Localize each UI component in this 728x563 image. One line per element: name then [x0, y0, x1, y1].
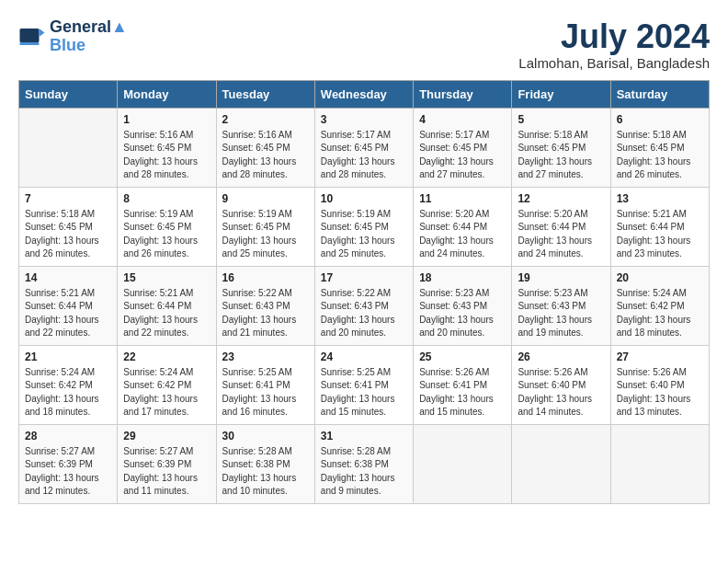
- day-info: Sunrise: 5:19 AMSunset: 6:45 PMDaylight:…: [123, 208, 210, 261]
- day-number: 10: [321, 192, 407, 205]
- day-number: 23: [222, 350, 309, 363]
- day-info: Sunrise: 5:24 AMSunset: 6:42 PMDaylight:…: [123, 366, 210, 419]
- day-number: 19: [518, 271, 604, 284]
- day-info: Sunrise: 5:26 AMSunset: 6:40 PMDaylight:…: [518, 366, 604, 419]
- calendar-cell: 17Sunrise: 5:22 AMSunset: 6:43 PMDayligh…: [314, 266, 413, 345]
- day-info: Sunrise: 5:18 AMSunset: 6:45 PMDaylight:…: [518, 129, 604, 182]
- day-info: Sunrise: 5:17 AMSunset: 6:45 PMDaylight:…: [321, 129, 407, 182]
- calendar-cell: 28Sunrise: 5:27 AMSunset: 6:39 PMDayligh…: [19, 424, 118, 503]
- location: Lalmohan, Barisal, Bangladesh: [518, 55, 710, 71]
- day-info: Sunrise: 5:24 AMSunset: 6:42 PMDaylight:…: [617, 287, 703, 340]
- page-header: General▲ Blue July 2024 Lalmohan, Barisa…: [18, 18, 710, 71]
- day-info: Sunrise: 5:22 AMSunset: 6:43 PMDaylight:…: [222, 287, 309, 340]
- day-number: 13: [617, 192, 703, 205]
- header-sunday: Sunday: [19, 80, 118, 108]
- calendar-cell: 22Sunrise: 5:24 AMSunset: 6:42 PMDayligh…: [118, 345, 216, 424]
- logo: General▲ Blue: [18, 18, 128, 55]
- calendar-cell: 8Sunrise: 5:19 AMSunset: 6:45 PMDaylight…: [118, 187, 216, 266]
- day-info: Sunrise: 5:17 AMSunset: 6:45 PMDaylight:…: [419, 129, 506, 182]
- calendar-week-3: 14Sunrise: 5:21 AMSunset: 6:44 PMDayligh…: [19, 266, 710, 345]
- calendar-week-5: 28Sunrise: 5:27 AMSunset: 6:39 PMDayligh…: [19, 424, 710, 503]
- day-number: 14: [25, 271, 111, 284]
- calendar-cell: 13Sunrise: 5:21 AMSunset: 6:44 PMDayligh…: [610, 187, 709, 266]
- day-info: Sunrise: 5:28 AMSunset: 6:38 PMDaylight:…: [321, 445, 407, 499]
- calendar-week-1: 1Sunrise: 5:16 AMSunset: 6:45 PMDaylight…: [19, 108, 710, 187]
- day-info: Sunrise: 5:21 AMSunset: 6:44 PMDaylight:…: [617, 208, 703, 261]
- day-number: 27: [617, 350, 703, 363]
- day-number: 6: [617, 113, 703, 126]
- calendar-week-4: 21Sunrise: 5:24 AMSunset: 6:42 PMDayligh…: [19, 345, 710, 424]
- calendar-week-2: 7Sunrise: 5:18 AMSunset: 6:45 PMDaylight…: [19, 187, 710, 266]
- calendar-cell: 11Sunrise: 5:20 AMSunset: 6:44 PMDayligh…: [414, 187, 512, 266]
- day-number: 5: [518, 113, 604, 126]
- calendar-cell: 31Sunrise: 5:28 AMSunset: 6:38 PMDayligh…: [314, 424, 413, 503]
- calendar-cell: 7Sunrise: 5:18 AMSunset: 6:45 PMDaylight…: [19, 187, 118, 266]
- calendar-cell: 23Sunrise: 5:25 AMSunset: 6:41 PMDayligh…: [216, 345, 314, 424]
- calendar-cell: 21Sunrise: 5:24 AMSunset: 6:42 PMDayligh…: [19, 345, 118, 424]
- day-number: 26: [518, 350, 604, 363]
- day-number: 30: [222, 430, 309, 442]
- day-info: Sunrise: 5:18 AMSunset: 6:45 PMDaylight:…: [25, 208, 111, 261]
- calendar-cell: 19Sunrise: 5:23 AMSunset: 6:43 PMDayligh…: [512, 266, 610, 345]
- calendar-cell: 4Sunrise: 5:17 AMSunset: 6:45 PMDaylight…: [414, 108, 512, 187]
- day-info: Sunrise: 5:27 AMSunset: 6:39 PMDaylight:…: [25, 445, 111, 499]
- month-year: July 2024: [518, 18, 710, 55]
- calendar-cell: 5Sunrise: 5:18 AMSunset: 6:45 PMDaylight…: [512, 108, 610, 187]
- day-info: Sunrise: 5:19 AMSunset: 6:45 PMDaylight:…: [321, 208, 407, 261]
- day-number: 17: [321, 271, 407, 284]
- calendar-cell: 12Sunrise: 5:20 AMSunset: 6:44 PMDayligh…: [512, 187, 610, 266]
- day-number: 28: [25, 430, 111, 442]
- svg-marker-1: [40, 29, 45, 37]
- day-info: Sunrise: 5:23 AMSunset: 6:43 PMDaylight:…: [419, 287, 506, 340]
- calendar-cell: 20Sunrise: 5:24 AMSunset: 6:42 PMDayligh…: [610, 266, 709, 345]
- calendar-cell: [610, 424, 709, 503]
- day-info: Sunrise: 5:23 AMSunset: 6:43 PMDaylight:…: [518, 287, 604, 340]
- day-number: 7: [25, 192, 111, 205]
- day-number: 20: [617, 271, 703, 284]
- title-section: July 2024 Lalmohan, Barisal, Bangladesh: [518, 18, 710, 71]
- header-friday: Friday: [512, 80, 610, 108]
- calendar-cell: 1Sunrise: 5:16 AMSunset: 6:45 PMDaylight…: [118, 108, 216, 187]
- calendar-cell: [512, 424, 610, 503]
- day-number: 11: [419, 192, 506, 205]
- calendar-cell: 2Sunrise: 5:16 AMSunset: 6:45 PMDaylight…: [216, 108, 314, 187]
- calendar-cell: 29Sunrise: 5:27 AMSunset: 6:39 PMDayligh…: [118, 424, 216, 503]
- day-info: Sunrise: 5:20 AMSunset: 6:44 PMDaylight:…: [518, 208, 604, 261]
- day-number: 21: [25, 350, 111, 363]
- calendar-cell: [19, 108, 118, 187]
- day-info: Sunrise: 5:16 AMSunset: 6:45 PMDaylight:…: [222, 129, 309, 182]
- day-info: Sunrise: 5:28 AMSunset: 6:38 PMDaylight:…: [222, 445, 309, 499]
- logo-icon: [18, 23, 46, 51]
- day-info: Sunrise: 5:22 AMSunset: 6:43 PMDaylight:…: [321, 287, 407, 340]
- day-info: Sunrise: 5:21 AMSunset: 6:44 PMDaylight:…: [25, 287, 111, 340]
- calendar-cell: 9Sunrise: 5:19 AMSunset: 6:45 PMDaylight…: [216, 187, 314, 266]
- calendar-cell: 25Sunrise: 5:26 AMSunset: 6:41 PMDayligh…: [414, 345, 512, 424]
- calendar-header-row: SundayMondayTuesdayWednesdayThursdayFrid…: [19, 80, 710, 108]
- day-number: 1: [123, 113, 210, 126]
- header-tuesday: Tuesday: [216, 80, 314, 108]
- calendar-cell: 15Sunrise: 5:21 AMSunset: 6:44 PMDayligh…: [118, 266, 216, 345]
- day-number: 4: [419, 113, 506, 126]
- day-info: Sunrise: 5:25 AMSunset: 6:41 PMDaylight:…: [222, 366, 309, 419]
- day-number: 25: [419, 350, 506, 363]
- day-info: Sunrise: 5:19 AMSunset: 6:45 PMDaylight:…: [222, 208, 309, 261]
- day-number: 16: [222, 271, 309, 284]
- header-wednesday: Wednesday: [314, 80, 413, 108]
- calendar-cell: 10Sunrise: 5:19 AMSunset: 6:45 PMDayligh…: [314, 187, 413, 266]
- day-info: Sunrise: 5:26 AMSunset: 6:41 PMDaylight:…: [419, 366, 506, 419]
- header-saturday: Saturday: [610, 80, 709, 108]
- day-info: Sunrise: 5:25 AMSunset: 6:41 PMDaylight:…: [321, 366, 407, 419]
- calendar-cell: 26Sunrise: 5:26 AMSunset: 6:40 PMDayligh…: [512, 345, 610, 424]
- day-info: Sunrise: 5:20 AMSunset: 6:44 PMDaylight:…: [419, 208, 506, 261]
- calendar-cell: 3Sunrise: 5:17 AMSunset: 6:45 PMDaylight…: [314, 108, 413, 187]
- day-number: 8: [123, 192, 210, 205]
- day-number: 15: [123, 271, 210, 284]
- day-number: 22: [123, 350, 210, 363]
- logo-text: General▲ Blue: [50, 18, 128, 55]
- calendar-cell: 18Sunrise: 5:23 AMSunset: 6:43 PMDayligh…: [414, 266, 512, 345]
- calendar-cell: 27Sunrise: 5:26 AMSunset: 6:40 PMDayligh…: [610, 345, 709, 424]
- day-info: Sunrise: 5:24 AMSunset: 6:42 PMDaylight:…: [25, 366, 111, 419]
- day-number: 24: [321, 350, 407, 363]
- svg-rect-0: [20, 29, 40, 42]
- header-monday: Monday: [118, 80, 216, 108]
